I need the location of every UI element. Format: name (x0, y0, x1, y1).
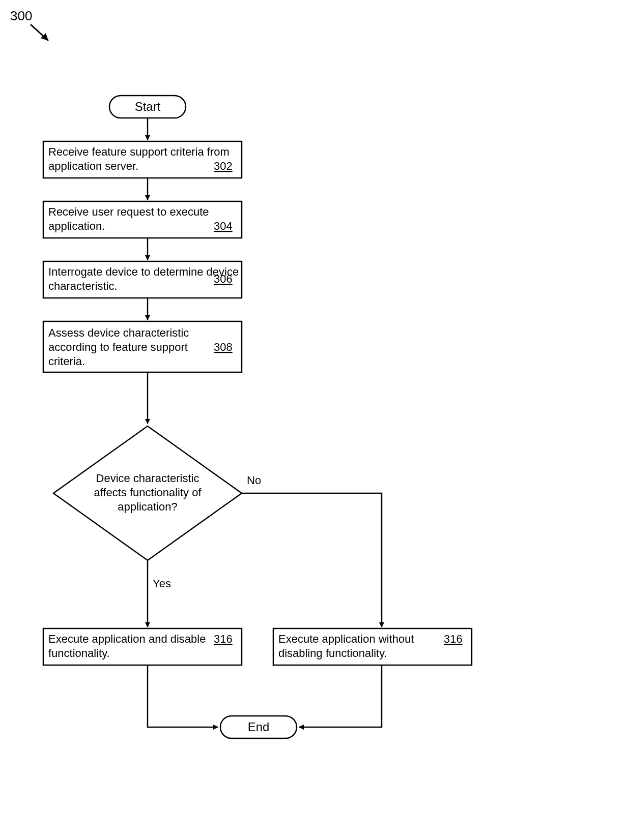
svg-text:304: 304 (214, 220, 233, 232)
branch-no-label: No (247, 474, 261, 487)
svg-text:criteria.: criteria. (48, 355, 85, 368)
svg-text:308: 308 (214, 341, 233, 353)
svg-text:according to feature support: according to feature support (48, 341, 188, 353)
svg-text:Receive feature support criter: Receive feature support criteria from (48, 145, 230, 158)
svg-text:application server.: application server. (48, 160, 138, 172)
svg-text:Interrogate device to determin: Interrogate device to determine device (48, 265, 239, 278)
svg-text:Start: Start (135, 100, 161, 113)
svg-text:application.: application. (48, 220, 105, 232)
step-308: Assess device characteristic according t… (43, 321, 242, 372)
step-316-no-disable: Execute application without disabling fu… (273, 628, 472, 665)
svg-text:316: 316 (444, 633, 463, 645)
step-316-disable: Execute application and disable function… (43, 628, 242, 665)
branch-yes-label: Yes (153, 577, 171, 590)
svg-text:disabling functionality.: disabling functionality. (278, 647, 387, 659)
svg-text:Receive user request to execut: Receive user request to execute (48, 205, 209, 218)
decision-device-characteristic: Device characteristic affects functional… (53, 426, 242, 560)
svg-text:306: 306 (214, 273, 233, 285)
step-302: Receive feature support criteria from ap… (43, 141, 242, 178)
figure-reference: 300 (10, 8, 32, 23)
svg-text:316: 316 (214, 633, 233, 645)
svg-text:Execute application and disabl: Execute application and disable (48, 633, 206, 645)
step-304: Receive user request to execute applicat… (43, 201, 242, 238)
svg-text:functionality.: functionality. (48, 647, 110, 659)
step-306: Interrogate device to determine device c… (43, 261, 242, 298)
end-terminal: End (220, 716, 297, 738)
svg-text:affects functionality of: affects functionality of (94, 486, 202, 499)
svg-text:Assess device characteristic: Assess device characteristic (48, 326, 189, 339)
start-terminal: Start (109, 96, 186, 118)
flowchart-diagram: 300 Start Receive feature support criter… (0, 0, 631, 840)
svg-text:characteristic.: characteristic. (48, 280, 118, 292)
svg-text:End: End (248, 720, 270, 734)
svg-text:application?: application? (118, 500, 177, 513)
svg-text:302: 302 (214, 160, 233, 172)
svg-text:Device characteristic: Device characteristic (96, 472, 199, 485)
svg-text:Execute application without: Execute application without (278, 633, 414, 645)
